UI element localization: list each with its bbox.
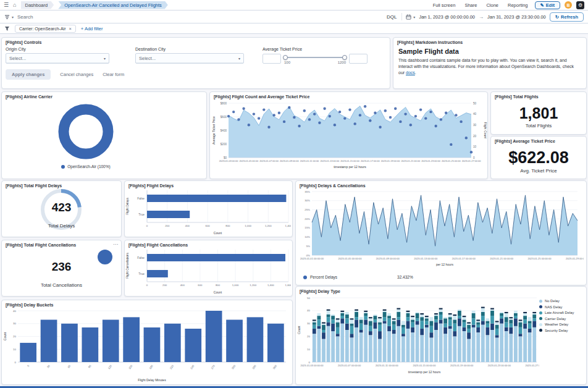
query-language-button[interactable]: DQL xyxy=(387,14,397,20)
legend-item[interactable]: Carrier Delay xyxy=(539,317,585,321)
flight-cancellations-bar-chart[interactable]: 02004006008001,0001,2001,4001,600FalseTr… xyxy=(125,248,291,295)
markdown-text-end: . xyxy=(415,70,416,75)
price-min-input[interactable] xyxy=(262,54,281,64)
clear-form-button[interactable]: Clear form xyxy=(103,72,124,77)
settings-icon[interactable]: ⚙ xyxy=(576,1,584,9)
svg-text:30: 30 xyxy=(46,364,51,368)
svg-text:2023-01-23 00:00:00: 2023-01-23 00:00:00 xyxy=(488,364,511,367)
edit-button[interactable]: ✎ Edit xyxy=(535,1,560,9)
full-screen-button[interactable]: Full screen xyxy=(433,2,456,8)
search-input[interactable]: Search xyxy=(17,14,383,20)
svg-text:30: 30 xyxy=(473,124,477,127)
svg-text:2023-01-07 00:00: 2023-01-07 00:00 xyxy=(259,159,279,162)
svg-text:20%: 20% xyxy=(304,217,310,221)
carrier-legend[interactable]: OpenSearch-Air (100%) xyxy=(2,164,170,169)
svg-text:35%: 35% xyxy=(304,190,310,193)
flight-delays-bar-chart[interactable]: 02004006008001,0001,2001,400FalseTrueCou… xyxy=(125,188,291,235)
svg-text:180: 180 xyxy=(149,364,154,369)
price-max-input[interactable] xyxy=(349,54,368,64)
panel-title: [Flights] Delay Buckets xyxy=(2,300,292,308)
legend-item[interactable]: No Delay xyxy=(539,299,585,303)
refresh-button[interactable]: ↻ Refresh xyxy=(550,12,584,22)
price-min-value: 100 xyxy=(284,61,290,64)
svg-text:2023-01-27 00:00:00: 2023-01-27 00:00:00 xyxy=(525,364,539,367)
total-delays-value: 423 xyxy=(2,201,121,214)
avatar[interactable]: B xyxy=(565,1,572,9)
slider-handle-max[interactable] xyxy=(342,55,347,60)
svg-text:False: False xyxy=(137,197,145,200)
svg-text:15%: 15% xyxy=(304,226,310,229)
airline-carrier-donut-chart[interactable] xyxy=(2,99,206,164)
edit-button-label: Edit xyxy=(546,2,555,8)
delays-cancellations-area-chart[interactable]: 0%5%10%15%20%25%30%35%2023-01-01 00:00:0… xyxy=(296,188,584,275)
svg-text:$200: $200 xyxy=(220,143,227,146)
slider-handle-min[interactable] xyxy=(283,55,288,60)
total-flights-value: 1,801 xyxy=(519,106,558,121)
legend-dot xyxy=(303,276,307,279)
panel-title: [Flights] Airline Carrier xyxy=(2,92,206,99)
total-delays-label: Total Delays xyxy=(2,223,121,229)
svg-text:1,200: 1,200 xyxy=(265,224,272,227)
panel-menu-icon[interactable]: ⋯ xyxy=(113,242,118,247)
legend-item[interactable]: Weather Delay xyxy=(539,323,585,326)
svg-text:20: 20 xyxy=(307,335,310,338)
origin-city-select[interactable]: Select... ▾ xyxy=(6,53,109,64)
legend-item[interactable]: Late Aircraft Delay xyxy=(539,311,585,314)
destination-city-select[interactable]: Select... ▾ xyxy=(135,53,244,64)
chevron-down-icon: ▾ xyxy=(238,56,240,61)
panel-title: [Flights] Flight Delays xyxy=(125,181,292,188)
menu-icon[interactable]: ☰ xyxy=(4,2,9,8)
svg-text:330: 330 xyxy=(251,364,257,369)
svg-text:240: 240 xyxy=(190,364,195,369)
svg-text:40: 40 xyxy=(307,309,310,312)
query-bar: ▾ Search DQL ▾ Jan 1, 2023 @ 00:00:00.00… xyxy=(0,11,588,23)
percent-delays-legend[interactable]: Percent Delays 32.432% xyxy=(296,275,586,279)
delay-type-stacked-chart[interactable]: 010203040502023-01-03 00:00:002023-01-07… xyxy=(296,294,539,383)
refresh-icon: ↻ xyxy=(555,14,559,20)
add-filter-button[interactable]: + Add filter xyxy=(81,26,103,32)
legend-label: Security Delay xyxy=(545,329,568,332)
breadcrumb-dashboard[interactable]: Dashboard xyxy=(21,1,54,9)
date-from[interactable]: Jan 1, 2023 @ 00:00:00.00 xyxy=(419,14,475,20)
home-icon[interactable]: ⌂ xyxy=(13,2,16,8)
svg-text:2023-01-19 00:00: 2023-01-19 00:00 xyxy=(381,159,401,162)
panel-total-flights: [Flights] Total Flights 1,801 Total Flig… xyxy=(490,91,587,135)
svg-text:360: 360 xyxy=(272,364,278,369)
delay-buckets-bar-chart[interactable]: 0102030400306090120150180210240270300330… xyxy=(2,308,291,383)
docs-link[interactable]: docs xyxy=(406,70,415,75)
svg-text:600: 600 xyxy=(198,284,203,287)
pencil-icon: ✎ xyxy=(540,2,544,8)
legend-item[interactable]: NAS Delay xyxy=(539,305,585,309)
panel-total-flight-delays: [Flights] Total Flight Delays 423 Total … xyxy=(1,180,122,237)
apply-changes-button[interactable]: Apply changes xyxy=(6,69,51,80)
svg-text:2023-01-21 00:00:00: 2023-01-21 00:00:00 xyxy=(490,257,514,260)
clone-button[interactable]: Clone xyxy=(486,2,498,8)
svg-text:False: False xyxy=(137,256,145,259)
svg-text:2023-01-09 00:00: 2023-01-09 00:00 xyxy=(280,159,300,162)
panel-title: [Flights] Average Ticket Price xyxy=(491,137,586,144)
filter-chip-carrier[interactable]: Carrier: OpenSearch-Air × xyxy=(15,25,76,33)
svg-text:200: 200 xyxy=(165,224,170,227)
svg-text:2023-01-21 00:00: 2023-01-21 00:00 xyxy=(401,159,421,162)
date-to[interactable]: Jan 31, 2023 @ 23:30:00.00 xyxy=(487,14,546,20)
panel-title: [Flights] Controls xyxy=(2,38,390,45)
filter-icon[interactable] xyxy=(4,26,10,32)
filter-chip-label: Carrier: OpenSearch-Air xyxy=(19,27,65,31)
total-flights-label: Total Flights xyxy=(526,123,552,129)
svg-text:30%: 30% xyxy=(304,199,310,202)
svg-text:$600: $600 xyxy=(220,116,227,119)
legend-label: Percent Delays xyxy=(310,275,337,279)
saved-query-icon[interactable]: ▾ xyxy=(4,14,14,20)
price-range-slider[interactable] xyxy=(284,57,346,58)
svg-text:timestamp per 12 hours: timestamp per 12 hours xyxy=(408,370,441,374)
date-picker-button[interactable]: ▾ xyxy=(406,14,415,20)
svg-text:0: 0 xyxy=(309,361,311,364)
reporting-button[interactable]: Reporting xyxy=(508,2,528,8)
flight-count-price-chart[interactable]: $0$200$400$600$800010203040502023-01-03 … xyxy=(210,99,487,177)
svg-text:30: 30 xyxy=(307,322,310,325)
cancel-changes-button[interactable]: Cancel changes xyxy=(60,72,93,77)
share-button[interactable]: Share xyxy=(464,2,477,8)
legend-item[interactable]: Security Delay xyxy=(539,329,585,332)
svg-text:2023-01-15 00:00:00: 2023-01-15 00:00:00 xyxy=(413,364,436,367)
close-icon[interactable]: × xyxy=(69,26,71,32)
